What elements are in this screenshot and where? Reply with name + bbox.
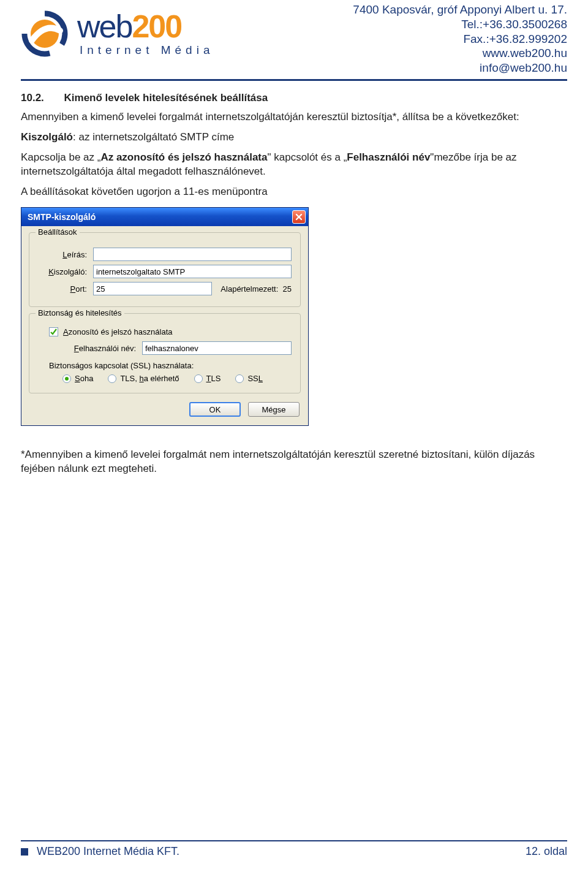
desc-input[interactable] bbox=[93, 248, 292, 261]
username-label: Felhasználói név: bbox=[62, 344, 142, 353]
logo-subtitle: Internet Média bbox=[80, 44, 214, 57]
radio-soha[interactable]: Soha bbox=[62, 374, 93, 383]
server-label: Kiszolgáló: bbox=[38, 267, 93, 276]
page-header: web200 Internet Média 7400 Kaposvár, gró… bbox=[21, 0, 567, 75]
ok-button[interactable]: OK bbox=[189, 402, 241, 417]
radio-icon bbox=[62, 374, 71, 383]
footnote: *Amennyiben a kimenő levelei forgalmát n… bbox=[21, 448, 567, 476]
auth-checkbox[interactable] bbox=[49, 327, 58, 336]
paragraph-auth: Kapcsolja be az „Az azonosító és jelszó … bbox=[21, 151, 567, 179]
radio-soha-label: Soha bbox=[75, 374, 93, 383]
group-settings: Beállítások Leírás: Kiszolgáló: Port: Al… bbox=[29, 232, 301, 307]
port-default-label: Alapértelmezett: 25 bbox=[221, 284, 292, 294]
username-input[interactable] bbox=[142, 341, 292, 355]
header-divider bbox=[21, 79, 567, 81]
contact-address: 7400 Kaposvár, gróf Apponyi Albert u. 17… bbox=[353, 2, 567, 17]
group-security-legend: Biztonság és hitelesítés bbox=[36, 308, 124, 317]
radio-icon bbox=[194, 374, 203, 383]
contact-fax: Fax.:+36.82.999202 bbox=[353, 32, 567, 47]
port-label: Port: bbox=[38, 284, 93, 294]
footer-company: WEB200 Internet Média KFT. bbox=[37, 845, 179, 858]
smtp-dialog: SMTP-kiszolgáló Beállítások Leírás: Kisz… bbox=[21, 207, 309, 426]
paragraph-intro: Amennyiben a kimenő levelei forgalmát in… bbox=[21, 110, 567, 124]
dialog-titlebar[interactable]: SMTP-kiszolgáló bbox=[21, 208, 308, 226]
paragraph-server: Kiszolgáló: az internetszolgáltató SMTP … bbox=[21, 131, 567, 145]
server-input[interactable] bbox=[93, 265, 292, 278]
close-icon[interactable] bbox=[292, 210, 306, 224]
radio-tls[interactable]: TLS bbox=[194, 374, 221, 383]
contact-tel: Tel.:+36.30.3500268 bbox=[353, 17, 567, 32]
contact-info: 7400 Kaposvár, gróf Apponyi Albert u. 17… bbox=[353, 2, 567, 75]
ssl-label: Biztonságos kapcsolat (SSL) használata: bbox=[49, 361, 292, 370]
auth-checkbox-label: Azonosító és jelszó használata bbox=[63, 327, 173, 336]
section-title: Kimenő levelek hitelesítésének beállítás… bbox=[64, 92, 268, 104]
footer-divider bbox=[21, 840, 567, 841]
footer-square-icon bbox=[21, 848, 28, 856]
radio-tls-if[interactable]: TLS, ha elérhető bbox=[108, 374, 179, 383]
radio-ssl-label: SSL bbox=[247, 374, 263, 383]
radio-tls-label: TLS bbox=[206, 374, 221, 383]
section-number: 10.2. bbox=[21, 92, 44, 104]
radio-ssl[interactable]: SSL bbox=[235, 374, 263, 383]
port-input[interactable] bbox=[93, 282, 212, 295]
group-security: Biztonság és hitelesítés Azonosító és je… bbox=[29, 313, 301, 393]
radio-tls-if-label: TLS, ha elérhető bbox=[120, 374, 179, 383]
logo: web200 Internet Média bbox=[21, 2, 214, 58]
desc-label: Leírás: bbox=[38, 250, 93, 259]
group-settings-legend: Beállítások bbox=[36, 227, 80, 237]
cancel-button[interactable]: Mégse bbox=[248, 402, 300, 417]
footer-page-number: 12. oldal bbox=[526, 845, 567, 858]
dialog-title: SMTP-kiszolgáló bbox=[28, 212, 96, 222]
section-heading: 10.2. Kimenő levelek hitelesítésének beá… bbox=[21, 92, 567, 104]
logo-icon bbox=[21, 10, 69, 58]
radio-icon bbox=[108, 374, 116, 383]
logo-text: web200 bbox=[77, 10, 214, 42]
contact-email: info@web200.hu bbox=[353, 61, 567, 75]
contact-web: www.web200.hu bbox=[353, 46, 567, 61]
radio-icon bbox=[235, 374, 244, 383]
ssl-radio-group: Soha TLS, ha elérhető TLS SSL bbox=[62, 374, 292, 383]
paragraph-next: A beállításokat követően ugorjon a 11-es… bbox=[21, 185, 567, 199]
page-footer: WEB200 Internet Média KFT. 12. oldal bbox=[21, 840, 567, 858]
